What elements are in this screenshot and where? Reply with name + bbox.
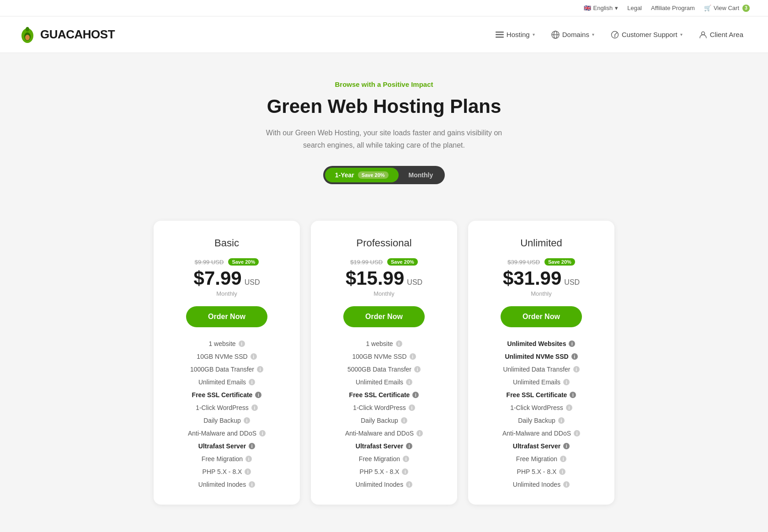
info-icon[interactable]: i (563, 379, 570, 385)
feature-item: 1 website i (168, 340, 285, 347)
info-icon[interactable]: i (239, 340, 245, 347)
info-icon[interactable]: i (416, 430, 423, 436)
info-icon[interactable]: i (244, 417, 250, 424)
yearly-option[interactable]: 1-Year Save 20% (325, 168, 399, 182)
info-icon[interactable]: i (414, 366, 421, 372)
info-icon[interactable]: i (255, 392, 261, 398)
logo[interactable]: GUACAHOST (18, 26, 115, 44)
original-price: $39.99 USD (507, 259, 540, 266)
affiliate-link[interactable]: Affiliate Program (651, 5, 695, 11)
feature-item: Anti-Malware and DDoS i (483, 430, 600, 437)
price-display: $15.99 USD (325, 267, 443, 289)
info-icon[interactable]: i (251, 353, 257, 360)
order-button[interactable]: Order Now (501, 306, 582, 327)
plan-card-professional: Professional $19.99 USD Save 20% $15.99 … (311, 221, 457, 505)
feature-item: Free Migration i (168, 455, 285, 463)
feature-item: 1-Click WordPress i (483, 404, 600, 411)
feature-item: Unlimited Emails i (483, 378, 600, 386)
info-icon[interactable]: i (571, 353, 578, 360)
feature-item: Daily Backup i (168, 417, 285, 424)
info-icon[interactable]: i (259, 430, 266, 436)
save-badge: Save 20% (387, 258, 418, 266)
info-icon[interactable]: i (406, 443, 412, 449)
nav-client-area[interactable]: Client Area (693, 27, 750, 43)
language-selector[interactable]: 🇬🇧 English ▾ (584, 5, 619, 11)
hero-section: Browse with a Positive Impact Green Web … (0, 53, 768, 202)
hosting-icon (496, 31, 504, 39)
feature-item: Free SSL Certificate i (483, 391, 600, 399)
feature-item: Free SSL Certificate i (325, 391, 443, 399)
info-icon[interactable]: i (251, 404, 258, 411)
language-label: English (593, 5, 613, 11)
info-icon[interactable]: i (558, 417, 565, 424)
plan-card-basic: Basic $9.99 USD Save 20% $7.99 USD Month… (154, 221, 300, 505)
nav-menu: Hosting ▾ Domains ▾ Cust (489, 27, 750, 43)
info-icon[interactable]: i (560, 456, 566, 462)
view-cart[interactable]: 🛒 View Cart 3 (704, 5, 750, 12)
feature-item: 1 website i (325, 340, 443, 347)
plans-section: Basic $9.99 USD Save 20% $7.99 USD Month… (0, 202, 768, 523)
info-icon[interactable]: i (406, 379, 412, 385)
info-icon[interactable]: i (559, 468, 565, 475)
info-icon[interactable]: i (402, 468, 408, 475)
nav-hosting[interactable]: Hosting ▾ (489, 27, 541, 43)
plan-name: Basic (168, 237, 285, 249)
svg-point-3 (26, 27, 29, 32)
feature-item: Anti-Malware and DDoS i (168, 430, 285, 437)
order-button[interactable]: Order Now (186, 306, 267, 327)
feature-item: 1-Click WordPress i (168, 404, 285, 411)
feature-item: Unlimited Emails i (168, 378, 285, 386)
info-icon[interactable]: i (245, 468, 251, 475)
flag-icon: 🇬🇧 (584, 5, 591, 11)
info-icon[interactable]: i (563, 443, 570, 449)
info-icon[interactable]: i (401, 417, 407, 424)
price-row: $39.99 USD Save 20% (483, 258, 600, 266)
feature-item: 1-Click WordPress i (325, 404, 443, 411)
nav-customer-support[interactable]: Customer Support ▾ (604, 27, 689, 43)
feature-item: Ultrafast Server i (325, 442, 443, 450)
plan-name: Unlimited (483, 237, 600, 249)
info-icon[interactable]: i (573, 366, 580, 372)
nav-domains[interactable]: Domains ▾ (545, 27, 601, 43)
price-currency: USD (564, 278, 580, 287)
monthly-option[interactable]: Monthly (399, 168, 443, 182)
info-icon[interactable]: i (410, 353, 416, 360)
info-icon[interactable]: i (412, 392, 419, 398)
info-icon[interactable]: i (406, 481, 412, 488)
legal-link[interactable]: Legal (627, 5, 642, 11)
domains-dropdown-arrow: ▾ (592, 32, 594, 37)
info-icon[interactable]: i (249, 379, 255, 385)
price-period: Monthly (168, 290, 285, 297)
hosting-dropdown-arrow: ▾ (533, 32, 535, 37)
plan-card-unlimited: Unlimited $39.99 USD Save 20% $31.99 USD… (468, 221, 614, 505)
info-icon[interactable]: i (249, 443, 255, 449)
feature-item: Free Migration i (325, 455, 443, 463)
price-amount: $31.99 (503, 267, 561, 289)
info-icon[interactable]: i (569, 340, 575, 347)
info-icon[interactable]: i (570, 392, 576, 398)
cart-badge: 3 (742, 5, 750, 12)
info-icon[interactable]: i (245, 456, 252, 462)
feature-item: Unlimited Data Transfer i (483, 366, 600, 373)
info-icon[interactable]: i (566, 404, 572, 411)
yearly-label: 1-Year (335, 171, 354, 179)
info-icon[interactable]: i (574, 430, 580, 436)
svg-rect-4 (496, 32, 504, 33)
info-icon[interactable]: i (409, 404, 415, 411)
feature-list: 1 website i 10GB NVMe SSD i 1000GB Data … (168, 340, 285, 488)
feature-item: Unlimited Inodes i (483, 481, 600, 488)
info-icon[interactable]: i (257, 366, 263, 372)
info-icon[interactable]: i (403, 456, 409, 462)
hero-subtitle: Browse with a Positive Impact (18, 80, 750, 88)
info-icon[interactable]: i (249, 481, 255, 488)
logo-icon (18, 26, 37, 44)
logo-text: GUACAHOST (40, 27, 115, 42)
order-button[interactable]: Order Now (343, 306, 425, 327)
feature-item: Ultrafast Server i (483, 442, 600, 450)
info-icon[interactable]: i (563, 481, 570, 488)
price-period: Monthly (483, 290, 600, 297)
price-currency: USD (245, 278, 260, 287)
svg-point-2 (25, 35, 30, 40)
client-icon (699, 31, 707, 39)
info-icon[interactable]: i (396, 340, 402, 347)
